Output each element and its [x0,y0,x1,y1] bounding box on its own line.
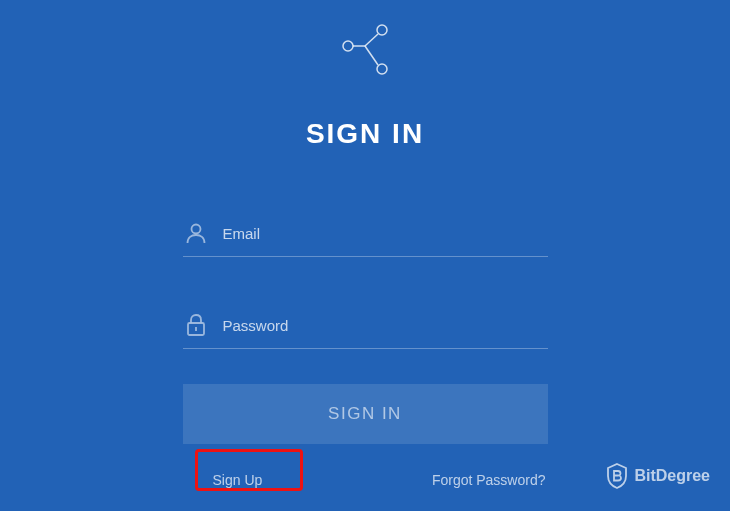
password-field[interactable] [209,317,548,334]
page-title: SIGN IN [183,118,548,150]
bottom-links: Sign Up Forgot Password? [183,472,548,488]
shield-icon [606,463,628,489]
signup-link[interactable]: Sign Up [185,472,263,488]
password-row [183,312,548,349]
user-icon [183,220,209,246]
forgot-password-link[interactable]: Forgot Password? [432,472,546,488]
app-logo [183,18,548,76]
email-field[interactable] [209,225,548,242]
svg-line-4 [365,34,378,46]
molecule-icon [336,18,394,76]
svg-line-5 [365,46,378,65]
signin-button[interactable]: SIGN IN [183,384,548,444]
email-row [183,220,548,257]
svg-point-2 [377,64,387,74]
lock-icon [183,312,209,338]
bitdegree-watermark: BitDegree [606,463,710,489]
svg-point-6 [191,225,200,234]
svg-point-1 [343,41,353,51]
svg-point-0 [377,25,387,35]
watermark-label: BitDegree [634,467,710,485]
